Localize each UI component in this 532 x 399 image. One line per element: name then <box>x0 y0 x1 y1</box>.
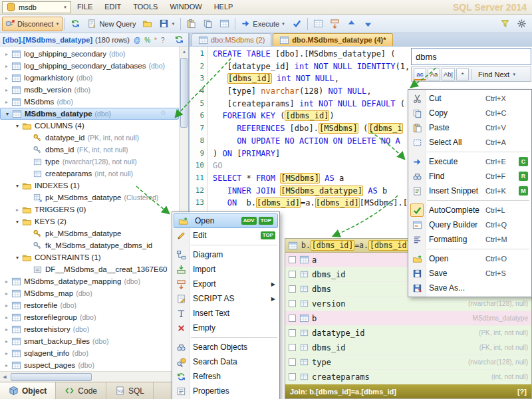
results-grid-button[interactable] <box>310 17 327 31</box>
object-menu-insert-text[interactable]: Insert Text <box>172 306 279 321</box>
tree-refresh-icon[interactable] <box>174 35 184 45</box>
tree-item-indexes-1[interactable]: ▾INDEXES (1) <box>0 180 179 192</box>
find-option-[interactable]: * <box>456 68 469 80</box>
expand-arrow-icon[interactable]: ▸ <box>3 75 11 81</box>
table-view-button[interactable] <box>216 17 233 31</box>
header-icon-2[interactable]: * <box>154 37 157 44</box>
object-menu-search-objects[interactable]: Search Objects <box>172 340 279 354</box>
tree-item-type[interactable]: type(nvarchar(128), not null) <box>0 156 179 168</box>
tree-item-suspect-pages[interactable]: ▸suspect_pages(dbo) <box>0 359 179 371</box>
context-cut[interactable]: CutCtrl+X <box>408 91 531 106</box>
refresh-connection-button[interactable] <box>67 17 84 31</box>
tree-item-msdbms-datatype-mapping[interactable]: ▸MSdbms_datatype_mapping(dbo) <box>0 275 179 287</box>
checkbox[interactable] <box>289 256 296 263</box>
expand-arrow-icon[interactable]: ▸ <box>3 279 11 285</box>
expand-arrow-icon[interactable]: ▸ <box>3 51 11 57</box>
scrollbar-thumb[interactable] <box>11 373 92 381</box>
join-row-version[interactable]: version(nvarchar(128), null) <box>285 297 531 311</box>
tree-item-restorefile[interactable]: ▸restorefile(dbo) <box>0 299 179 311</box>
expand-arrow-icon[interactable]: ▸ <box>3 99 11 105</box>
expand-arrow-icon[interactable]: ▸ <box>3 350 11 356</box>
collapse-arrow-icon[interactable]: ▾ <box>13 219 21 225</box>
join-row-createparams[interactable]: createparams(int, not null) <box>285 370 531 384</box>
tree-item-keys-2[interactable]: ▾KEYS (2) <box>0 215 179 227</box>
expand-arrow-icon[interactable]: ▸ <box>3 303 11 309</box>
object-menu-properties[interactable]: Properties <box>172 384 279 398</box>
tree-item-pk-msdbms-datatype[interactable]: pk_MSdbms_datatype(Clustered) <box>0 192 179 203</box>
open-file-button[interactable] <box>139 17 156 31</box>
tab-sql[interactable]: SQLSQL <box>106 382 154 399</box>
scroll-up-icon[interactable]: ▲ <box>180 47 189 56</box>
save-button[interactable]: ▼ <box>156 17 178 31</box>
filter-button[interactable] <box>497 17 513 31</box>
tree-item-msdbms-datatype[interactable]: ▾MSdbms_datatype(dbo)☆ <box>0 108 179 120</box>
tree-item-columns-4[interactable]: ▾COLUMNS (4) <box>0 120 179 132</box>
object-menu-import[interactable]: Import <box>172 262 279 277</box>
export-results-button[interactable] <box>327 17 343 31</box>
join-help-link[interactable]: [?] <box>517 388 527 396</box>
expand-arrow-icon[interactable]: ▸ <box>3 327 11 332</box>
collapse-arrow-icon[interactable]: ▾ <box>13 183 21 189</box>
checkbox[interactable] <box>289 358 296 366</box>
context-copy[interactable]: CopyCtrl+C <box>408 106 531 120</box>
object-menu-export[interactable]: Export▶ <box>172 277 279 291</box>
context-insert-snippet[interactable]: Insert SnippetCtrl+KM <box>408 184 531 198</box>
join-row-type[interactable]: type(nvarchar(128), null) <box>285 355 531 370</box>
context-find[interactable]: FindCtrl+FR <box>408 169 531 184</box>
tree-item-datatype-id[interactable]: datatype_id(PK, int, not null) <box>0 132 179 144</box>
tab-code[interactable]: Code <box>56 382 106 399</box>
tree-item-smart-backup-files[interactable]: ▸smart_backup_files(dbo) <box>0 335 179 347</box>
context-formatting[interactable]: FormattingCtrl+M <box>408 232 531 247</box>
object-menu-script-as[interactable]: SCRIPT AS▶ <box>172 291 279 306</box>
menu-help[interactable]: HELP <box>208 0 239 14</box>
tree-item-sqlagent-info[interactable]: ▸sqlagent_info(dbo) <box>0 347 179 359</box>
tree-item-createparams[interactable]: createparams(int, not null) <box>0 168 179 180</box>
tree-item-msdb-version[interactable]: ▸msdb_version(dbo) <box>0 84 179 96</box>
header-icon-0[interactable]: @ <box>134 37 140 44</box>
disconnect-button[interactable]: Disconnect▼ <box>2 17 63 31</box>
tree-horizontal-scrollbar[interactable]: ◀ ▶ <box>0 371 179 382</box>
context-autocomplete[interactable]: AutoCompleteCtrl+L <box>408 203 531 217</box>
context-query-builder[interactable]: Query BuilderCtrl+Q <box>408 217 531 232</box>
paste-button[interactable] <box>183 17 200 31</box>
settings-button[interactable] <box>513 17 530 31</box>
find-option-ab[interactable]: Ab| <box>442 68 455 80</box>
join-row-datatype-id[interactable]: datatype_id(PK, int, not null) <box>285 326 531 340</box>
menu-file[interactable]: FILE <box>71 0 98 14</box>
join-row-b[interactable]: bMSdbms_datatype <box>285 311 531 326</box>
new-query-button[interactable]: New Query <box>84 17 139 31</box>
object-menu-open[interactable]: OpenADVTOP <box>174 213 278 228</box>
context-open[interactable]: OpenCtrl+O <box>408 251 531 266</box>
context-save-as[interactable]: Save As... <box>408 281 531 295</box>
tree-item-restorehistory[interactable]: ▸restorehistory(dbo) <box>0 323 179 335</box>
tree-item-constraints-1[interactable]: ▾CONSTRAINTS (1) <box>0 251 179 263</box>
context-select-all[interactable]: Select AllCtrl+A <box>408 135 531 150</box>
editor-tab-dbo-msdbms-datatype-4[interactable]: dbo.MSdbms_datatype (4)* <box>273 33 392 46</box>
navigate-down-button[interactable] <box>360 17 376 31</box>
execute-button[interactable]: Execute▼ <box>237 17 289 31</box>
header-icon-1[interactable]: % <box>144 37 150 44</box>
tree-item-df-msdbms-da-creat-1367e60[interactable]: DF__MSdbms_da__creat_1367E60 <box>0 263 179 275</box>
tree-item-dbms-id[interactable]: dbms_id(FK, int, not null) <box>0 144 179 156</box>
expand-arrow-icon[interactable]: ▸ <box>3 63 11 69</box>
object-menu-empty[interactable]: Empty <box>172 321 279 335</box>
find-next-button[interactable]: Find Next▼ <box>475 68 519 80</box>
context-save[interactable]: SaveCtrl+S <box>408 266 531 281</box>
header-icon-3[interactable]: ? <box>161 37 165 44</box>
expand-arrow-icon[interactable]: ▸ <box>3 338 11 344</box>
expand-arrow-icon[interactable]: ▸ <box>3 362 11 368</box>
tree-item-msdbms-map[interactable]: ▸MSdbms_map(dbo) <box>0 287 179 299</box>
tree-item-log-shipping-secondary-databases[interactable]: ▸log_shipping_secondary_databases(dbo) <box>0 60 179 72</box>
expand-arrow-icon[interactable]: ▸ <box>3 87 11 93</box>
scrollbar-thumb[interactable] <box>180 58 188 128</box>
tree-item-pk-msdbms-datatype[interactable]: pk_MSdbms_datatype <box>0 227 179 239</box>
parse-button[interactable] <box>289 17 305 31</box>
expand-arrow-icon[interactable]: ▸ <box>3 315 11 321</box>
find-option-aa[interactable]: Aa <box>428 68 440 80</box>
tree-item-log-shipping-secondary[interactable]: ▸log_shipping_secondary(dbo) <box>0 48 179 60</box>
object-menu-search-data[interactable]: Search Data <box>172 354 279 369</box>
object-menu-diagram[interactable]: Diagram <box>172 247 279 262</box>
checkbox[interactable] <box>289 315 296 322</box>
copy-button[interactable] <box>200 17 216 31</box>
expand-arrow-icon[interactable]: ▸ <box>3 291 11 297</box>
